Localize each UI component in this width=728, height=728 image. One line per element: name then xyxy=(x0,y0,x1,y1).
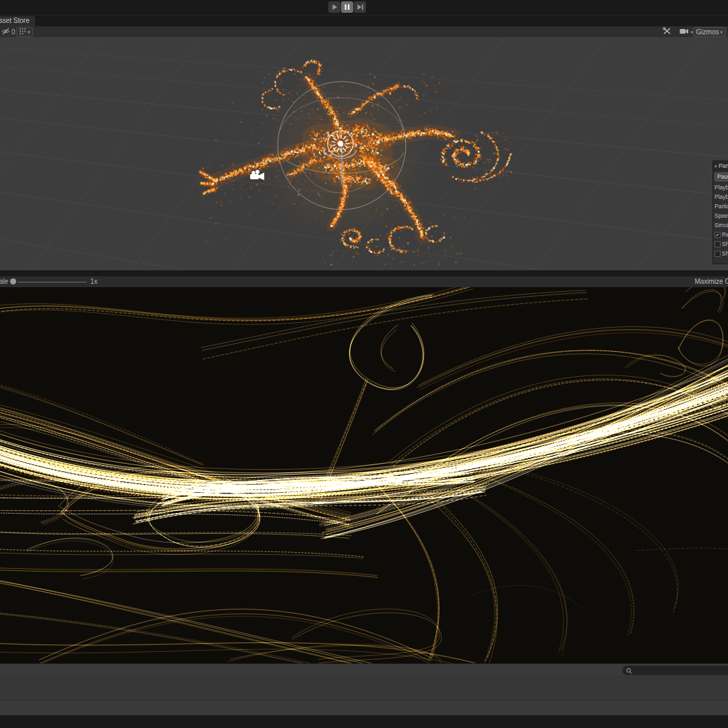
scale-slider-track[interactable] xyxy=(18,282,86,282)
step-button[interactable] xyxy=(354,1,366,13)
particle-effect-panel: ▾ Particle Effect Pause Playback Speed P… xyxy=(712,160,728,264)
pause-button[interactable] xyxy=(341,1,353,13)
status-bar xyxy=(0,700,728,716)
game-view-toolbar: Scale 1x Maximize On Play xyxy=(0,276,728,288)
view-divider xyxy=(0,270,728,276)
particle-row-playback-time: Playback Time xyxy=(713,192,728,202)
foldout-icon: ▾ xyxy=(715,164,717,169)
scale-label: Scale xyxy=(0,278,8,285)
pause-icon xyxy=(344,4,350,10)
scene-view: ▾ Particle Effect Pause Playback Speed P… xyxy=(0,37,728,270)
grid-snap-icon xyxy=(19,28,26,36)
particle-row-speed-range: Speed Range xyxy=(713,211,728,220)
show-only-selected-checkbox[interactable]: Show Only Selected xyxy=(713,249,728,258)
scale-value: 1x xyxy=(90,278,98,285)
search-icon xyxy=(626,665,632,677)
project-panel-body xyxy=(0,675,728,700)
play-icon xyxy=(332,4,338,10)
unity-editor-window: Asset Store 0 ▾ xyxy=(0,0,728,728)
particle-row-playback-speed: Playback Speed xyxy=(713,183,728,192)
resimulate-checkbox[interactable]: ✓ Resimulate xyxy=(713,230,728,239)
checkbox-icon xyxy=(715,251,721,257)
scene-view-canvas[interactable] xyxy=(0,37,728,270)
particle-pause-button[interactable]: Pause xyxy=(715,173,728,181)
search-input[interactable] xyxy=(634,667,718,675)
scale-slider-handle[interactable] xyxy=(10,278,16,284)
eye-slash-icon xyxy=(1,28,10,36)
camera-icon xyxy=(679,28,689,36)
play-button[interactable] xyxy=(328,1,340,13)
chevron-down-icon: ▾ xyxy=(720,30,723,34)
show-bounds-checkbox[interactable]: Show Bounds xyxy=(713,239,728,249)
scene-tools-button[interactable] xyxy=(663,26,671,37)
chevron-down-icon: ▾ xyxy=(28,30,30,34)
particle-panel-header[interactable]: ▾ Particle Effect xyxy=(713,161,728,171)
scene-view-toolbar: 0 ▾ xyxy=(0,26,728,38)
search-field[interactable] xyxy=(622,665,728,675)
game-view-canvas[interactable] xyxy=(0,287,728,663)
particle-row-simulate-layers: Simulate Layers xyxy=(713,220,728,230)
gizmos-label: Gizmos xyxy=(696,28,719,36)
scene-camera-dropdown[interactable]: ▾ xyxy=(679,26,693,37)
playmode-button-group xyxy=(328,1,366,13)
tab-asset-store[interactable]: Asset Store xyxy=(0,16,35,27)
view-tab-bar: Asset Store xyxy=(0,16,728,26)
project-panel-toolbar xyxy=(0,663,728,676)
gizmos-dropdown[interactable]: Gizmos ▾ xyxy=(693,27,726,37)
particle-panel-title: Particle Effect xyxy=(719,162,728,169)
maximize-on-play-toggle[interactable]: Maximize On Play xyxy=(694,278,728,285)
grid-snap-dropdown[interactable]: ▾ xyxy=(16,27,33,37)
game-view xyxy=(0,287,728,663)
checkbox-icon xyxy=(715,241,721,247)
tools-icon xyxy=(663,27,671,36)
hidden-object-count: 0 xyxy=(11,28,16,36)
particle-row-particles: Particles xyxy=(713,202,728,211)
step-icon xyxy=(357,4,363,10)
window-bottom-strip xyxy=(0,715,728,728)
playmode-toolbar xyxy=(0,0,728,16)
scene-visibility-toggle[interactable]: 0 xyxy=(1,26,16,37)
checkbox-icon: ✓ xyxy=(715,232,721,238)
